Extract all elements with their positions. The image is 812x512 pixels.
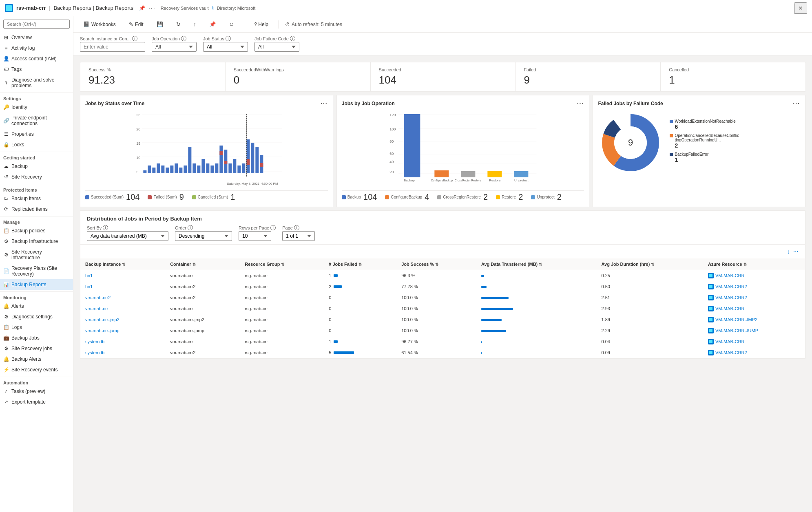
sidebar-icon-activity-log: ≡ (3, 45, 9, 51)
instance-link-1[interactable]: hn1 (85, 284, 93, 289)
order-select[interactable]: Descending (175, 231, 232, 241)
close-button[interactable]: ✕ (794, 2, 807, 14)
sidebar-item-backup-jobs[interactable]: 💼Backup Jobs (0, 333, 73, 343)
avg-data-bar-4 (481, 319, 502, 321)
sidebar-item-diagnose[interactable]: ⚕Diagnose and solve problems (0, 75, 73, 91)
more-options-icon[interactable]: ··· (148, 5, 156, 11)
stat-label-2: Succeeded (379, 67, 507, 72)
filter-failure-code-info[interactable]: i (290, 36, 295, 41)
sort-job-success[interactable]: ⇅ (435, 262, 438, 267)
filter-job-status-info[interactable]: i (226, 36, 231, 41)
jobs-by-status-more[interactable]: ··· (321, 100, 328, 107)
svg-rect-37 (251, 143, 254, 173)
filter-failure-code-select[interactable]: All (254, 42, 299, 52)
table-body: hn1 vm-mab-crr rsg-mab-crr 1 96.3 % 0.25… (80, 270, 805, 358)
sidebar-item-backup-reports[interactable]: 📊Backup Reports (0, 279, 73, 290)
page-info[interactable]: i (294, 225, 299, 230)
col-azure-resource: Azure Resource ⇅ (703, 258, 805, 270)
cell-avg-dur-6: 0.04 (597, 336, 703, 347)
sort-by-select[interactable]: Avg data transferred (MB) (87, 231, 168, 241)
instance-link-4[interactable]: vm-mab-crr-jmp2 (85, 317, 119, 322)
avg-data-bar-3 (481, 308, 513, 310)
rows-per-page-info[interactable]: i (270, 225, 276, 230)
filter-search-input[interactable] (80, 42, 145, 52)
sidebar-item-replicated-items[interactable]: ⟳Replicated items (0, 204, 73, 214)
instance-link-5[interactable]: vm-mab-crr-jump (85, 328, 119, 333)
cell-rg-2: rsg-mab-crr (240, 292, 324, 303)
cell-azure-4: VM-MAB-CRR-JMP2 (703, 314, 805, 325)
sidebar-item-backup-infrastructure[interactable]: ⚙Backup Infrastructure (0, 236, 73, 247)
sidebar-item-logs[interactable]: 📋Logs (0, 322, 73, 333)
donut-section: 9 WorkloadExtensionNotReachable6Operatio… (598, 110, 800, 175)
sidebar-item-backup[interactable]: ☁Backup (0, 161, 73, 172)
sidebar-label-overview: Overview (11, 35, 32, 40)
sidebar-item-site-recovery-events[interactable]: ⚡Site Recovery events (0, 364, 73, 375)
sort-azure-resource[interactable]: ⇅ (743, 262, 747, 267)
rows-per-page-select[interactable]: 10 (239, 231, 271, 241)
sidebar-item-diagnostic-settings[interactable]: ⚙Diagnostic settings (0, 311, 73, 322)
failed-jobs-more[interactable]: ··· (793, 100, 800, 107)
sidebar-item-activity-log[interactable]: ≡Activity log (0, 43, 73, 53)
sidebar-item-recovery-plans[interactable]: 📄Recovery Plans (Site Recovery) (0, 263, 73, 279)
cell-instance-0: hn1 (80, 270, 165, 281)
save-button[interactable]: 💾 (153, 20, 166, 29)
feedback-button[interactable]: ☺ (226, 20, 237, 29)
pin-button[interactable]: 📌 (206, 20, 219, 29)
sidebar-item-private-endpoint[interactable]: 🔗Private endpoint connections (0, 113, 73, 129)
sidebar-item-site-recovery[interactable]: ↺Site Recovery (0, 172, 73, 182)
svg-text:Backup: Backup (404, 179, 415, 182)
az-icon-1 (708, 284, 714, 289)
sort-by-info[interactable]: i (103, 225, 108, 230)
sidebar-item-backup-alerts[interactable]: 🔔Backup Alerts (0, 354, 73, 364)
filter-job-status-select[interactable]: All (203, 42, 248, 52)
sidebar-item-iam[interactable]: 👤Access control (IAM) (0, 53, 73, 64)
sidebar-item-backup-items[interactable]: 🗂Backup items (0, 193, 73, 204)
sort-container[interactable]: ⇅ (192, 262, 196, 267)
jobs-by-operation-more[interactable]: ··· (577, 100, 584, 107)
jobs-by-operation-title: Jobs by Job Operation ··· (342, 100, 584, 107)
instance-link-2[interactable]: vm-mab-crr2 (85, 295, 111, 300)
az-icon-3 (708, 306, 714, 311)
cell-success-5: 100.0 % (396, 325, 476, 336)
sidebar-item-site-recovery-jobs[interactable]: ⚙Site Recovery jobs (0, 343, 73, 354)
order-info[interactable]: i (188, 225, 193, 230)
filter-job-operation-info[interactable]: i (181, 36, 186, 41)
sidebar-item-locks[interactable]: 🔒Locks (0, 139, 73, 150)
sidebar-item-tags[interactable]: 🏷Tags (0, 64, 73, 75)
refresh-button[interactable]: ↻ (173, 20, 184, 29)
sidebar-item-export-template[interactable]: ↗Export template (0, 397, 73, 407)
sort-avg-duration[interactable]: ⇅ (651, 262, 654, 267)
share-button[interactable]: ↑ (190, 20, 200, 29)
sidebar-item-tasks[interactable]: ✓Tasks (preview) (0, 386, 73, 397)
filter-search-info[interactable]: i (132, 36, 137, 41)
instance-link-3[interactable]: vm-mab-crr (85, 306, 108, 311)
sidebar-item-properties[interactable]: ☰Properties (0, 129, 73, 139)
download-button[interactable]: ↓ (787, 248, 790, 255)
workbooks-button[interactable]: 📓 Workbooks (80, 20, 119, 29)
sidebar-item-alerts[interactable]: 🔔Alerts (0, 301, 73, 311)
sort-resource-group[interactable]: ⇅ (281, 262, 284, 267)
sidebar-item-site-recovery-infrastructure[interactable]: ⚙Site Recovery infrastructure (0, 247, 73, 263)
sort-jobs-failed[interactable]: ⇅ (358, 262, 362, 267)
sort-backup-instance[interactable]: ⇅ (122, 262, 125, 267)
pin-icon[interactable]: 📌 (139, 5, 145, 11)
instance-link-7[interactable]: systemdb (85, 350, 104, 355)
table-more-button[interactable]: ··· (793, 248, 799, 255)
cell-azure-6: VM-MAB-CRR (703, 336, 805, 347)
help-button[interactable]: ? Help (251, 20, 272, 29)
filter-job-operation-select[interactable]: All (152, 42, 197, 52)
sidebar-label-locks: Locks (11, 142, 24, 148)
instance-link-6[interactable]: systemdb (85, 339, 104, 344)
sidebar-item-overview[interactable]: ⊞Overview (0, 32, 73, 43)
instance-link-0[interactable]: hn1 (85, 273, 93, 278)
page-select[interactable]: 1 of 1 (282, 231, 315, 241)
legend-text-2: BackupFailedError (675, 152, 708, 157)
sidebar-item-backup-policies[interactable]: 📋Backup policies (0, 225, 73, 236)
az-icon-0 (708, 273, 714, 278)
sidebar-search-input[interactable] (3, 20, 70, 29)
sidebar-icon-backup-jobs: 💼 (3, 335, 9, 341)
sidebar-item-identity[interactable]: 🔑Identity (0, 102, 73, 113)
edit-button[interactable]: ✎ Edit (126, 20, 147, 29)
az-resource-name-7: VM-MAB-CRR2 (715, 350, 747, 355)
sort-avg-data[interactable]: ⇅ (539, 262, 542, 267)
